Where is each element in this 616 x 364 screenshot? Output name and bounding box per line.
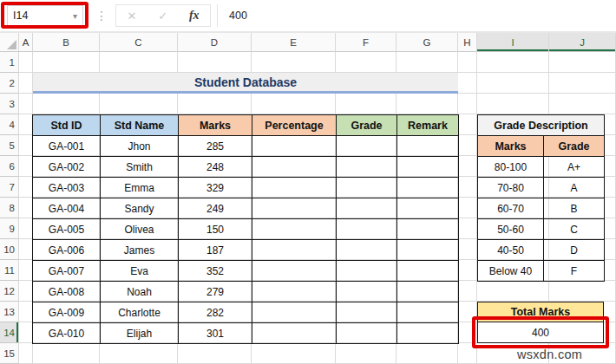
cell-H13[interactable] [458, 302, 477, 322]
student-remark-cell[interactable] [397, 178, 459, 198]
student-std-name-cell[interactable]: Sandy [101, 198, 179, 219]
student-marks-cell[interactable]: 249 [179, 198, 252, 219]
cell-A15[interactable] [19, 343, 33, 364]
student-grade-cell[interactable] [337, 136, 397, 157]
student-remark-cell[interactable] [397, 136, 459, 157]
cell-H6[interactable] [458, 156, 477, 177]
grade-letter-cell[interactable]: B [544, 198, 605, 219]
grade-range-cell[interactable]: 70-80 [478, 178, 544, 198]
student-percentage-cell[interactable] [252, 198, 337, 219]
student-grade-cell[interactable] [337, 178, 397, 198]
cell-H14[interactable] [458, 322, 477, 343]
grade-range-cell[interactable]: 50-60 [478, 219, 544, 240]
student-std-id-cell[interactable]: GA-002 [33, 157, 101, 178]
row-header-4[interactable]: 4 [0, 114, 19, 135]
student-percentage-cell[interactable] [252, 323, 337, 344]
column-header-F[interactable]: F [336, 33, 396, 52]
cell-H3[interactable] [458, 94, 477, 114]
cell-I3[interactable] [477, 94, 549, 114]
cell-D3[interactable] [178, 94, 252, 114]
cell-C15[interactable] [100, 343, 178, 364]
cell-I12[interactable] [477, 281, 549, 302]
row-header-14[interactable]: 14 [0, 322, 19, 343]
total-marks-value-cell[interactable]: 400 [477, 322, 604, 343]
cell-A2[interactable] [19, 73, 33, 94]
row-header-6[interactable]: 6 [0, 156, 19, 177]
cell-J3[interactable] [549, 94, 616, 114]
cell-H2[interactable] [458, 73, 477, 94]
cell-H15[interactable] [458, 343, 477, 364]
cell-H4[interactable] [458, 114, 477, 135]
select-all-corner[interactable] [0, 33, 19, 52]
enter-icon[interactable]: ✓ [158, 10, 167, 23]
student-percentage-cell[interactable] [252, 136, 337, 157]
cell-A11[interactable] [19, 260, 33, 281]
student-table-header[interactable]: Percentage [252, 115, 337, 136]
student-marks-cell[interactable]: 248 [179, 157, 252, 178]
student-std-id-cell[interactable]: GA-010 [33, 323, 101, 344]
cell-D1[interactable] [178, 52, 252, 73]
cell-C3[interactable] [100, 94, 178, 114]
cell-E3[interactable] [252, 94, 336, 114]
cell-G3[interactable] [396, 94, 458, 114]
cell-A3[interactable] [19, 94, 33, 114]
cell-F1[interactable] [336, 52, 396, 73]
student-marks-cell[interactable]: 285 [179, 136, 252, 157]
cell-A6[interactable] [19, 156, 33, 177]
student-grade-cell[interactable] [337, 157, 397, 178]
student-std-id-cell[interactable]: GA-008 [33, 282, 101, 302]
student-table-header[interactable]: Grade [337, 115, 397, 136]
cell-H10[interactable] [458, 239, 477, 260]
grade-letter-cell[interactable]: A [544, 178, 605, 198]
row-header-2[interactable]: 2 [0, 73, 19, 94]
cell-H5[interactable] [458, 135, 477, 156]
student-marks-cell[interactable]: 150 [179, 219, 252, 240]
student-std-id-cell[interactable]: GA-007 [33, 261, 101, 282]
grade-range-cell[interactable]: 80-100 [478, 157, 544, 178]
student-percentage-cell[interactable] [252, 219, 337, 240]
student-percentage-cell[interactable] [252, 282, 337, 302]
row-header-11[interactable]: 11 [0, 260, 19, 281]
formula-input[interactable]: 400 [217, 4, 616, 27]
grade-table-header[interactable]: Marks [478, 136, 544, 157]
student-grade-cell[interactable] [337, 323, 397, 344]
grade-letter-cell[interactable]: A+ [544, 157, 605, 178]
cell-E1[interactable] [252, 52, 336, 73]
cell-I2[interactable] [477, 73, 549, 94]
cell-B3[interactable] [33, 94, 100, 114]
cell-F3[interactable] [336, 94, 396, 114]
student-percentage-cell[interactable] [252, 240, 337, 261]
row-header-5[interactable]: 5 [0, 135, 19, 156]
total-marks-label-cell[interactable]: Total Marks [477, 302, 604, 322]
student-remark-cell[interactable] [397, 198, 459, 219]
student-std-id-cell[interactable]: GA-001 [33, 136, 101, 157]
student-grade-cell[interactable] [337, 261, 397, 282]
student-percentage-cell[interactable] [252, 302, 337, 323]
student-std-name-cell[interactable]: Elijah [101, 323, 179, 344]
student-percentage-cell[interactable] [252, 157, 337, 178]
student-std-id-cell[interactable]: GA-009 [33, 302, 101, 323]
grade-range-cell[interactable]: Below 40 [478, 261, 544, 282]
cell-A14[interactable] [19, 322, 33, 343]
student-std-id-cell[interactable]: GA-003 [33, 178, 101, 198]
student-remark-cell[interactable] [397, 323, 459, 344]
cell-C1[interactable] [100, 52, 178, 73]
column-header-A[interactable]: A [19, 33, 33, 52]
row-header-7[interactable]: 7 [0, 177, 19, 198]
student-remark-cell[interactable] [397, 302, 459, 323]
cell-A12[interactable] [19, 281, 33, 302]
row-header-9[interactable]: 9 [0, 218, 19, 239]
cell-H1[interactable] [458, 52, 477, 73]
column-header-B[interactable]: B [33, 33, 100, 52]
grade-letter-cell[interactable]: C [544, 219, 605, 240]
row-header-15[interactable]: 15 [0, 343, 19, 364]
student-marks-cell[interactable]: 301 [179, 323, 252, 344]
student-remark-cell[interactable] [397, 157, 459, 178]
cell-I1[interactable] [477, 52, 549, 73]
cell-J12[interactable] [549, 281, 616, 302]
student-std-id-cell[interactable]: GA-006 [33, 240, 101, 261]
sheet-title-cell[interactable]: Student Database [33, 73, 458, 94]
cell-B1[interactable] [33, 52, 100, 73]
cell-G15[interactable] [396, 343, 458, 364]
student-grade-cell[interactable] [337, 198, 397, 219]
